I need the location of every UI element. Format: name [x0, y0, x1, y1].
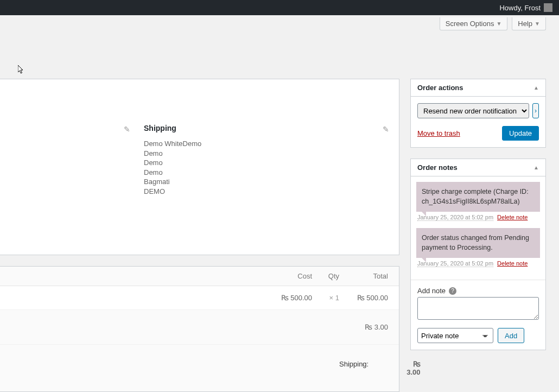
add-note-label: Add note: [417, 287, 446, 295]
help-icon[interactable]: ?: [449, 287, 456, 295]
delete-note-link[interactable]: Delete note: [497, 214, 528, 220]
cell-total: ₨ 500.00: [339, 294, 388, 302]
chevron-down-icon: ▼: [535, 21, 540, 27]
add-note-label-row: Add note ?: [417, 287, 539, 295]
header-qty: Qty: [312, 272, 339, 280]
order-actions-header[interactable]: Order actions ▲: [411, 79, 545, 97]
apply-action-button[interactable]: ›: [532, 103, 539, 118]
shipping-fee-value: ₨ 3.00: [339, 323, 388, 331]
note-timestamp: January 25, 2020 at 5:02 pm: [417, 214, 493, 221]
left-column: ✎ ✎ Shipping Demo WhiteDemo Demo Demo De…: [0, 79, 399, 392]
order-note: Order status changed from Pending paymen…: [416, 228, 540, 258]
cursor-icon: [18, 65, 24, 75]
action-footer: Move to trash Update: [417, 126, 539, 141]
items-table-header: Cost Qty Total: [0, 267, 399, 286]
shipping-address-block: Shipping Demo WhiteDemo Demo Demo Demo B…: [144, 124, 201, 196]
screen-options-button[interactable]: Screen Options ▼: [440, 17, 508, 30]
cell-qty: × 1: [312, 294, 339, 302]
order-notes-header[interactable]: Order notes ▲: [411, 159, 545, 176]
user-avatar[interactable]: [544, 3, 552, 12]
edit-shipping-icon[interactable]: ✎: [383, 125, 389, 134]
order-notes-panel: Order notes ▲ Stripe charge complete (Ch…: [410, 159, 546, 350]
chevron-down-icon: ▼: [496, 21, 501, 27]
action-select-row: Resend new order notification ›: [417, 103, 539, 118]
right-column: Order actions ▲ Resend new order notific…: [410, 79, 546, 392]
add-note-button[interactable]: Add: [498, 328, 524, 343]
header-total: Total: [339, 272, 388, 280]
main-content: ✎ ✎ Shipping Demo WhiteDemo Demo Demo De…: [0, 79, 546, 392]
address-line: Demo WhiteDemo: [144, 139, 201, 149]
address-line: Demo: [144, 168, 201, 178]
delete-note-link[interactable]: Delete note: [497, 260, 528, 267]
order-items-panel: Cost Qty Total ₨ 500.00 × 1 ₨ 500.00 ₨ 3…: [0, 266, 399, 392]
collapse-icon[interactable]: ▲: [533, 85, 539, 91]
order-actions-title: Order actions: [417, 84, 463, 92]
update-button[interactable]: Update: [502, 126, 539, 141]
order-action-select[interactable]: Resend new order notification: [417, 103, 529, 118]
address-line: Demo: [144, 158, 201, 168]
admin-bar: Howdy, Frost: [0, 0, 559, 15]
add-note-textarea[interactable]: [417, 297, 539, 320]
note-timestamp: January 25, 2020 at 5:02 pm: [417, 260, 493, 267]
totals-row: Shipping: ₨ 3.00: [0, 345, 399, 391]
shipping-fee-row: ₨ 3.00: [0, 310, 399, 345]
order-notes-list: Stripe charge complete (Charge ID: ch_1G…: [411, 176, 545, 280]
shipping-heading: Shipping: [144, 124, 201, 132]
note-type-select[interactable]: Private note: [417, 328, 493, 343]
edit-billing-icon[interactable]: ✎: [124, 125, 130, 134]
help-label: Help: [518, 20, 532, 28]
note-type-row: Private note Add: [417, 328, 539, 343]
greeting-text[interactable]: Howdy, Frost: [499, 4, 541, 12]
totals-label: Shipping:: [339, 360, 369, 376]
top-tabs: Screen Options ▼ Help ▼: [0, 15, 559, 30]
add-note-section: Add note ? Private note Add: [411, 280, 545, 350]
address-line: Demo: [144, 149, 201, 159]
screen-options-label: Screen Options: [446, 20, 494, 28]
chevron-right-icon: ›: [535, 107, 537, 115]
order-actions-panel: Order actions ▲ Resend new order notific…: [410, 79, 546, 148]
address-line: Bagmati: [144, 177, 201, 187]
move-to-trash-link[interactable]: Move to trash: [417, 129, 460, 137]
cell-cost: ₨ 500.00: [247, 294, 312, 302]
order-note: Stripe charge complete (Charge ID: ch_1G…: [416, 182, 540, 212]
note-meta: January 25, 2020 at 5:02 pm Delete note: [416, 260, 540, 267]
order-notes-title: Order notes: [417, 163, 458, 172]
collapse-icon[interactable]: ▲: [533, 165, 539, 170]
table-row: ₨ 500.00 × 1 ₨ 500.00: [0, 286, 399, 310]
help-button[interactable]: Help ▼: [512, 17, 546, 30]
address-line: DEMO: [144, 187, 201, 197]
header-cost: Cost: [247, 272, 312, 280]
order-actions-body: Resend new order notification › Move to …: [411, 97, 545, 147]
shipping-panel: ✎ ✎ Shipping Demo WhiteDemo Demo Demo De…: [0, 79, 399, 255]
note-meta: January 25, 2020 at 5:02 pm Delete note: [416, 214, 540, 220]
